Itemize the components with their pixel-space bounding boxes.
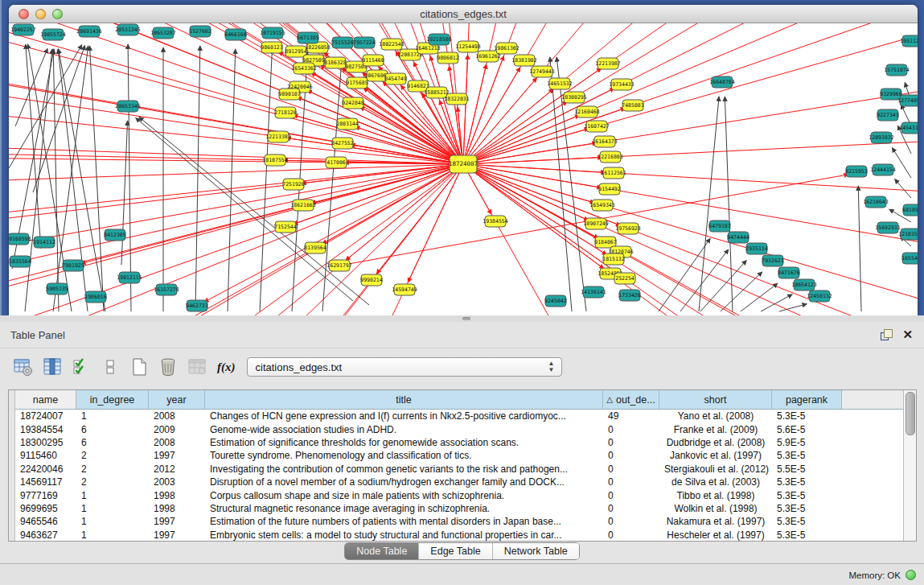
graph-node[interactable]: 1815132 <box>602 253 624 265</box>
table-cell[interactable]: 2008 <box>149 410 205 422</box>
graph-node[interactable]: 12103504 <box>898 229 918 240</box>
table-cell[interactable]: 1 <box>76 529 149 541</box>
table-cell[interactable]: 2 <box>76 476 149 488</box>
graph-node[interactable]: 9462733 <box>186 300 207 311</box>
table-cell[interactable]: Wolkin et al. (1998) <box>659 503 772 514</box>
graph-node[interactable]: 18724007 <box>449 155 478 173</box>
table-cell[interactable]: 0 <box>603 476 659 488</box>
graph-node[interactable]: 15692931 <box>875 222 900 233</box>
graph-node[interactable]: 9154492 <box>598 183 620 195</box>
column-header-short[interactable]: short <box>659 390 772 409</box>
graph-node[interactable]: 12216803 <box>598 151 622 163</box>
graph-node[interactable]: 20653346 <box>115 101 140 112</box>
table-cell[interactable]: 0 <box>603 516 659 527</box>
table-cell[interactable]: Changes of HCN gene expression and I(f) … <box>205 410 603 422</box>
table-cell[interactable]: 2009 <box>149 424 205 435</box>
table-cell[interactable]: 1997 <box>149 450 205 461</box>
graph-node[interactable]: 20531245 <box>115 24 140 35</box>
table-cell[interactable]: 18724007 <box>15 410 76 422</box>
table-cell[interactable]: 5.3E-5 <box>772 529 842 541</box>
graph-node[interactable]: 18300295 <box>561 92 586 103</box>
graph-node[interactable]: 10654123 <box>791 279 816 290</box>
graph-node[interactable]: 7515526 <box>331 37 353 48</box>
graph-node[interactable]: 12774054 <box>897 95 918 106</box>
table-cell[interactable]: 2 <box>76 463 149 475</box>
graph-node[interactable]: 19756928 <box>615 223 640 234</box>
graph-node[interactable]: 12444154 <box>870 164 895 175</box>
table-settings-icon[interactable] <box>13 356 34 377</box>
column-header-pagerank[interactable]: pagerank <box>772 390 842 409</box>
table-row[interactable]: 946554611997Estimation of the future num… <box>15 515 903 528</box>
new-document-icon[interactable] <box>129 356 150 377</box>
graph-node[interactable]: 11254498 <box>455 41 480 52</box>
table-cell[interactable]: 2012 <box>149 463 205 475</box>
table-cell[interactable]: 0 <box>603 529 659 541</box>
table-cell[interactable]: 5.3E-5 <box>772 450 842 461</box>
table-cell[interactable]: 5.3E-5 <box>772 503 842 514</box>
graph-node[interactable]: 8427552 <box>331 138 353 149</box>
graph-node[interactable]: 417006 <box>326 157 347 168</box>
splitter-handle-icon[interactable] <box>462 317 470 320</box>
table-cell[interactable]: 1997 <box>149 516 205 527</box>
table-cell[interactable]: Tourette syndrome. Phenomenology and cla… <box>205 450 603 461</box>
table-cell[interactable]: Genome-wide association studies in ADHD. <box>205 424 603 435</box>
column-edit-icon[interactable] <box>42 356 63 377</box>
table-cell[interactable]: 6 <box>76 424 149 435</box>
table-cell[interactable]: 9463627 <box>15 529 76 541</box>
graph-node[interactable]: 19861302 <box>494 43 519 54</box>
table-cell[interactable]: Corpus callosum shape and size in male p… <box>205 490 603 501</box>
table-cell[interactable]: de Silva et al. (2003) <box>659 476 772 488</box>
table-cell[interactable]: 9777169 <box>15 490 76 501</box>
graph-node[interactable]: 9115460 <box>362 55 384 66</box>
table-row[interactable]: 2242004622012Investigating the contribut… <box>15 463 903 476</box>
graph-node[interactable]: 1835564 <box>9 256 31 267</box>
table-cell[interactable]: 1998 <box>149 503 205 514</box>
graph-node[interactable]: 14651532 <box>547 78 572 89</box>
graph-node[interactable]: 14594749 <box>392 284 417 295</box>
graph-node[interactable]: 18907249 <box>583 218 608 229</box>
table-cell[interactable]: 1997 <box>149 529 205 541</box>
table-cell[interactable]: 18300295 <box>15 437 76 448</box>
table-cell[interactable]: Estimation of significance thresholds fo… <box>205 437 603 448</box>
float-panel-icon[interactable] <box>881 329 893 340</box>
table-cell[interactable]: Structural magnetic resonance image aver… <box>205 503 603 514</box>
column-header-in-degree[interactable]: in_degree <box>76 390 149 409</box>
graph-node[interactable]: 16112561 <box>601 167 626 179</box>
graph-node[interactable]: 9990214 <box>360 274 382 286</box>
graph-node[interactable]: 7932621 <box>762 255 783 266</box>
table-cell[interactable]: Yano et al. (2008) <box>659 410 772 422</box>
table-cell[interactable]: 14569117 <box>15 476 76 488</box>
graph-node[interactable]: 2718120 <box>274 107 296 118</box>
table-cell[interactable]: 0 <box>603 450 659 461</box>
graph-node[interactable]: 16291797 <box>326 260 351 271</box>
graph-node[interactable]: 2935114 <box>745 243 767 254</box>
table-cell[interactable]: Jankovic et al. (1997) <box>659 450 772 461</box>
graph-node[interactable]: 12749443 <box>529 66 554 77</box>
table-cell[interactable]: Hescheler et al. (1997) <box>659 529 772 541</box>
graph-node[interactable]: 7251920 <box>282 179 304 190</box>
graph-node[interactable]: 6810952 <box>902 204 918 216</box>
table-cell[interactable]: 0 <box>603 424 659 435</box>
graph-node[interactable]: 9175685 <box>346 77 368 89</box>
graph-node[interactable]: 9806012 <box>437 52 458 64</box>
table-cell[interactable]: 2008 <box>149 437 205 448</box>
table-scrollbar[interactable] <box>903 390 916 541</box>
table-cell[interactable]: 2 <box>76 450 149 461</box>
graph-node[interactable]: 7957224 <box>353 37 375 48</box>
graph-node[interactable]: 8139564 <box>304 242 326 253</box>
graph-node[interactable]: 16157278 <box>154 284 179 295</box>
graph-node[interactable]: 12213987 <box>595 58 620 69</box>
column-header-year[interactable]: year <box>149 390 205 409</box>
graph-node[interactable]: 18322031 <box>444 93 469 105</box>
table-row[interactable]: 1456911722003Disruption of a novel membe… <box>15 476 903 488</box>
table-cell[interactable]: 9699695 <box>15 503 76 514</box>
table-cell[interactable]: 1998 <box>149 490 205 501</box>
close-panel-icon[interactable]: ✕ <box>902 329 913 340</box>
table-cell[interactable]: 6 <box>76 437 149 448</box>
graph-node[interactable]: 10719155 <box>260 27 285 39</box>
graph-node[interactable]: 20691436 <box>76 26 101 37</box>
graph-node[interactable]: 18621663 <box>290 200 315 211</box>
graph-node[interactable]: 8454749 <box>384 73 406 84</box>
table-cell[interactable]: 0 <box>603 437 659 448</box>
table-row[interactable]: 911546021997Tourette syndrome. Phenomeno… <box>15 449 903 462</box>
